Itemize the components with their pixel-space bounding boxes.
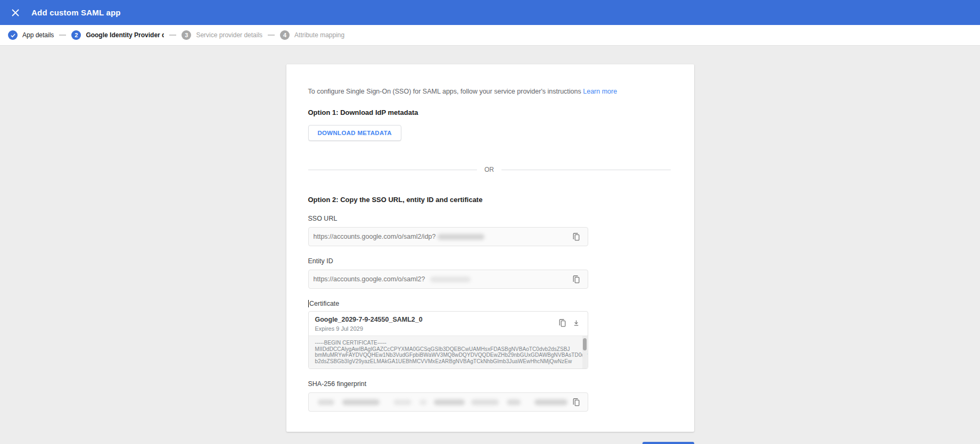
certificate-label: Certificate [308, 300, 671, 307]
sso-url-value: https://accounts.google.com/o/saml2/idp? [314, 233, 436, 240]
wizard-card: To configure Single Sign-On (SSO) for SA… [286, 64, 694, 432]
entity-id-value: https://accounts.google.com/o/saml2? [314, 275, 425, 283]
stepper-step-google-idp-details[interactable]: 2 Google Identity Provider details [71, 30, 164, 40]
intro-sentence: To configure Single Sign-On (SSO) for SA… [308, 88, 581, 95]
certificate-line: MIIDdDCCAlygAwIBAgIGAZCcCPYXMA0GCSqGSIb3… [315, 346, 577, 353]
or-label: OR [484, 166, 494, 173]
footer-actions: BACK CANCEL CONTINUE [286, 442, 694, 444]
stepper-step-attribute-mapping[interactable]: 4 Attribute mapping [280, 30, 344, 40]
certificate-expiry: Expires 9 Jul 2029 [315, 325, 423, 332]
redacted-blur [471, 399, 499, 405]
copy-icon[interactable] [556, 316, 570, 330]
entity-id-field[interactable]: https://accounts.google.com/o/saml2? [308, 270, 588, 289]
copy-icon[interactable] [570, 272, 583, 286]
intro-text: To configure Single Sign-On (SSO) for SA… [308, 88, 671, 95]
certificate-line: bmMuMRYwFAYDVQQHEw1Nb3VudGFpbiBWaWV3MQ8w… [315, 352, 577, 358]
redacted-blur [393, 399, 411, 405]
entity-id-label: Entity ID [308, 257, 671, 265]
certificate-header: Google_2029-7-9-24550_SAML2_0 Expires 9 … [309, 312, 588, 336]
step-label-service-provider-details: Service provider details [196, 31, 262, 39]
step-number-badge: 2 [71, 30, 81, 40]
divider-line [308, 170, 477, 170]
redacted-fingerprint [314, 399, 567, 405]
stepper-step-app-details[interactable]: App details [8, 30, 54, 40]
certificate-text[interactable]: -----BEGIN CERTIFICATE----- MIIDdDCCAlyg… [309, 336, 588, 368]
stepper-step-service-provider-details[interactable]: 3 Service provider details [182, 30, 262, 40]
step-number-badge: 4 [280, 30, 290, 40]
redacted-blur [438, 234, 484, 240]
certificate-card: Google_2029-7-9-24550_SAML2_0 Expires 9 … [308, 311, 588, 369]
divider-line [501, 170, 671, 170]
redacted-blur [507, 399, 521, 405]
redacted-blur [434, 399, 465, 405]
step-label-google-idp-details: Google Identity Provider details [86, 31, 164, 39]
text-cursor [308, 300, 309, 307]
option2-heading: Option 2: Copy the SSO URL, entity ID an… [308, 196, 671, 204]
redacted-blur [318, 399, 334, 405]
option1-heading: Option 1: Download IdP metadata [308, 108, 671, 116]
sso-url-field[interactable]: https://accounts.google.com/o/saml2/idp? [308, 227, 588, 246]
close-icon-glyph [11, 9, 20, 17]
redacted-blur [534, 399, 567, 405]
redacted-blur [430, 277, 471, 282]
step-number-badge: 3 [182, 30, 191, 40]
dialog-title: Add custom SAML app [31, 8, 121, 17]
stepper: App details 2 Google Identity Provider d… [0, 25, 980, 46]
continue-button[interactable]: CONTINUE [643, 442, 694, 444]
step-label-app-details: App details [22, 31, 54, 39]
step-connector [169, 35, 176, 36]
download-metadata-button[interactable]: DOWNLOAD METADATA [308, 125, 401, 141]
or-divider: OR [308, 166, 671, 173]
certificate-name: Google_2029-7-9-24550_SAML2_0 [315, 316, 423, 323]
check-icon [8, 30, 18, 40]
certificate-line: b2dsZSBGb3IgV29yazELMAkGA1UEBhMCVVMxEzAR… [315, 358, 577, 365]
step-connector [59, 35, 66, 36]
sha256-fingerprint-field[interactable] [308, 392, 588, 412]
dialog-header: Add custom SAML app [0, 0, 980, 25]
page-background: To configure Single Sign-On (SSO) for SA… [0, 46, 980, 443]
learn-more-link[interactable]: Learn more [583, 88, 617, 95]
certificate-label-text: Certificate [309, 300, 339, 307]
certificate-line: -----BEGIN CERTIFICATE----- [315, 340, 577, 346]
download-icon[interactable] [570, 316, 583, 330]
certificate-info: Google_2029-7-9-24550_SAML2_0 Expires 9 … [315, 316, 423, 332]
sha256-fingerprint-label: SHA-256 fingerprint [308, 380, 671, 388]
copy-icon[interactable] [570, 230, 583, 244]
redacted-blur [342, 399, 380, 405]
step-connector [268, 35, 275, 36]
step-label-attribute-mapping: Attribute mapping [294, 31, 344, 39]
copy-icon[interactable] [570, 395, 583, 409]
close-icon[interactable] [7, 4, 24, 21]
redacted-blur [419, 399, 427, 405]
sso-url-label: SSO URL [308, 215, 671, 222]
certificate-actions [556, 316, 583, 330]
scrollbar-thumb[interactable] [583, 338, 587, 350]
